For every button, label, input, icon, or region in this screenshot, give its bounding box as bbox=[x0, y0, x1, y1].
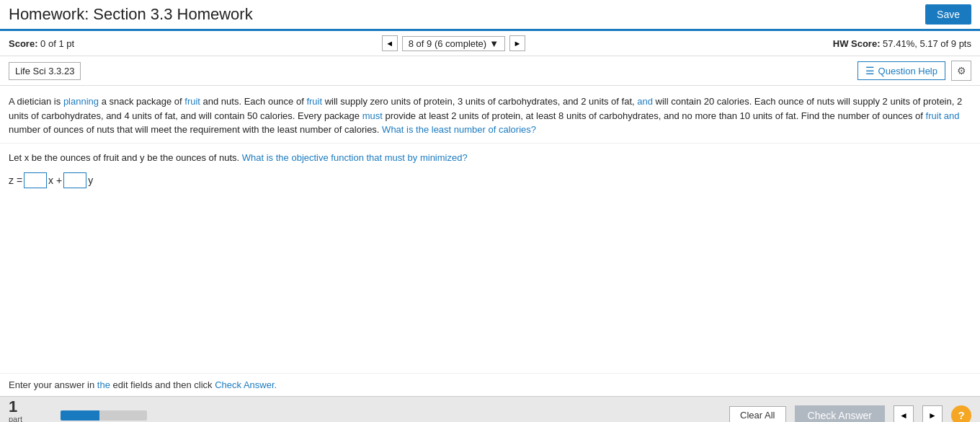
header: Homework: Section 3.3 Homework Save bbox=[0, 0, 980, 31]
clear-all-button[interactable]: Clear All bbox=[729, 406, 785, 422]
footer-nav-prev-button[interactable]: ◄ bbox=[894, 405, 914, 423]
gear-icon: ⚙ bbox=[957, 65, 966, 76]
question-help-button[interactable]: ☰ Question Help bbox=[858, 61, 945, 80]
objective-function-line: z = x + y bbox=[9, 172, 971, 190]
nav-prev-button[interactable]: ◄ bbox=[382, 35, 398, 51]
nav-next-button[interactable]: ► bbox=[509, 35, 525, 51]
problem-area: A dietician is planning a snack package … bbox=[0, 86, 980, 144]
main-content: A dietician is planning a snack package … bbox=[0, 86, 980, 396]
progress-bar-fill bbox=[61, 410, 99, 421]
instruction-text: Let x be the ounces of fruit and y be th… bbox=[9, 149, 971, 166]
score-display: Score: 0 of 1 pt bbox=[9, 38, 74, 49]
progress-bar bbox=[61, 410, 147, 421]
objective-input-2[interactable] bbox=[63, 172, 86, 188]
page-title: Homework: Section 3.3 Homework bbox=[9, 5, 253, 24]
hw-score-label: HW Score: bbox=[833, 38, 881, 49]
objective-prefix: z = bbox=[9, 172, 22, 190]
hw-score-display: HW Score: 57.41%, 5.17 of 9 pts bbox=[833, 38, 971, 49]
question-header-right: ☰ Question Help ⚙ bbox=[858, 61, 971, 81]
footer: 1 partremaining Clear All Check Answer ◄… bbox=[0, 396, 980, 422]
part-info: 1 partremaining bbox=[9, 399, 52, 423]
help-button[interactable]: ? bbox=[951, 405, 971, 423]
part-remaining-label: partremaining bbox=[9, 415, 52, 423]
objective-middle: x + bbox=[48, 172, 62, 190]
settings-button[interactable]: ⚙ bbox=[951, 61, 971, 81]
hw-score-value: 57.41%, 5.17 of 9 pts bbox=[883, 38, 971, 49]
problem-text: A dietician is planning a snack package … bbox=[9, 96, 962, 135]
part-number: 1 bbox=[9, 399, 52, 415]
objective-suffix: y bbox=[88, 172, 93, 190]
score-label: Score: bbox=[9, 38, 37, 49]
save-button[interactable]: Save bbox=[925, 4, 971, 25]
footer-nav-next-button[interactable]: ► bbox=[922, 405, 943, 423]
question-id: Life Sci 3.3.23 bbox=[9, 62, 81, 80]
navigation-center: ◄ 8 of 9 (6 complete) ▼ ► bbox=[382, 35, 525, 51]
nav-info[interactable]: 8 of 9 (6 complete) ▼ bbox=[402, 36, 505, 51]
question-header: Life Sci 3.3.23 ☰ Question Help ⚙ bbox=[0, 56, 980, 86]
bottom-instruction: Enter your answer in the edit fields and… bbox=[0, 373, 980, 396]
objective-input-1[interactable] bbox=[24, 172, 47, 188]
score-row: Score: 0 of 1 pt ◄ 8 of 9 (6 complete) ▼… bbox=[0, 31, 980, 56]
list-icon: ☰ bbox=[865, 65, 875, 76]
check-answer-button[interactable]: Check Answer bbox=[795, 405, 885, 423]
score-value: 0 of 1 pt bbox=[40, 38, 74, 49]
answer-area: Let x be the ounces of fruit and y be th… bbox=[0, 144, 980, 285]
